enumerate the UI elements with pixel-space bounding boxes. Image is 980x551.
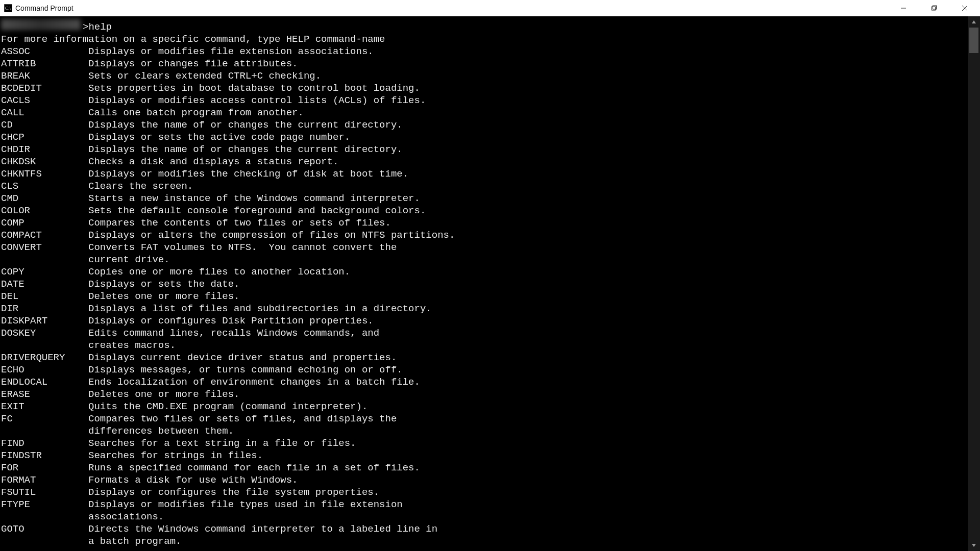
scrollbar[interactable] xyxy=(968,16,980,551)
command-desc: Searches for strings in files. xyxy=(88,449,263,462)
help-row: differences between them. xyxy=(1,425,968,437)
command-desc: Displays a list of files and subdirector… xyxy=(88,303,432,315)
command-name: FOR xyxy=(1,462,88,474)
help-row: DOSKEYEdits command lines, recalls Windo… xyxy=(1,327,968,339)
scrollbar-thumb[interactable] xyxy=(969,28,978,53)
help-row: a batch program. xyxy=(1,535,968,547)
help-row: FTYPEDisplays or modifies file types use… xyxy=(1,498,968,511)
command-desc: Displays the name of or changes the curr… xyxy=(88,143,403,156)
help-row: ECHODisplays messages, or turns command … xyxy=(1,364,968,376)
scrollbar-track[interactable] xyxy=(968,28,980,540)
command-desc: Starts a new instance of the Windows com… xyxy=(88,192,420,205)
command-desc: Compares the contents of two files or se… xyxy=(88,217,391,229)
command-indent xyxy=(1,339,88,352)
window-controls xyxy=(888,0,980,16)
prompt-line: >help xyxy=(1,18,968,33)
minimize-button[interactable] xyxy=(888,0,919,16)
command-desc: differences between them. xyxy=(88,425,234,437)
command-name: DRIVERQUERY xyxy=(1,352,88,364)
command-name: ERASE xyxy=(1,388,88,400)
command-indent xyxy=(1,254,88,266)
help-row: COPYCopies one or more files to another … xyxy=(1,266,968,278)
help-row: FORRuns a specified command for each fil… xyxy=(1,462,968,474)
svg-marker-8 xyxy=(972,544,976,547)
command-name: DOSKEY xyxy=(1,327,88,339)
window-title: Command Prompt xyxy=(15,4,74,12)
command-name: CHCP xyxy=(1,131,88,143)
command-name: ASSOC xyxy=(1,45,88,58)
command-name: FTYPE xyxy=(1,498,88,511)
command-name: BREAK xyxy=(1,70,88,82)
command-name: DATE xyxy=(1,278,88,290)
command-desc: Quits the CMD.EXE program (command inter… xyxy=(88,400,368,413)
command-desc: Displays current device driver status an… xyxy=(88,352,397,364)
command-name: CHKNTFS xyxy=(1,168,88,180)
command-desc: Copies one or more files to another loca… xyxy=(88,266,350,278)
command-desc: Runs a specified command for each file i… xyxy=(88,462,420,474)
help-row: DELDeletes one or more files. xyxy=(1,290,968,303)
svg-text:C:\: C:\ xyxy=(5,6,11,11)
command-name: DIR xyxy=(1,303,88,315)
command-desc: Deletes one or more files. xyxy=(88,388,239,400)
maximize-button[interactable] xyxy=(919,0,949,16)
help-row: BREAKSets or clears extended CTRL+C chec… xyxy=(1,70,968,82)
help-row: COLORSets the default console foreground… xyxy=(1,205,968,217)
help-row: CONVERTConverts FAT volumes to NTFS. You… xyxy=(1,241,968,254)
command-desc: Directs the Windows command interpreter … xyxy=(88,523,437,535)
help-row: DRIVERQUERYDisplays current device drive… xyxy=(1,352,968,364)
command-name: ENDLOCAL xyxy=(1,376,88,388)
command-name: FSUTIL xyxy=(1,486,88,498)
help-row: BCDEDITSets properties in boot database … xyxy=(1,82,968,94)
typed-command: >help xyxy=(83,21,112,33)
command-desc: Displays or sets the date. xyxy=(88,278,239,290)
command-desc: current drive. xyxy=(88,254,170,266)
command-desc: Displays or modifies the checking of dis… xyxy=(88,168,408,180)
command-desc: Deletes one or more files. xyxy=(88,290,239,303)
command-desc: creates macros. xyxy=(88,339,176,352)
command-indent xyxy=(1,535,88,547)
command-name: CACLS xyxy=(1,94,88,107)
titlebar[interactable]: C:\ Command Prompt xyxy=(0,0,980,16)
command-name: CHKDSK xyxy=(1,156,88,168)
close-button[interactable] xyxy=(949,0,980,16)
command-name: EXIT xyxy=(1,400,88,413)
command-name: COPY xyxy=(1,266,88,278)
command-desc: Displays or modifies file extension asso… xyxy=(88,45,374,58)
svg-marker-7 xyxy=(972,20,976,23)
svg-rect-3 xyxy=(932,7,936,10)
help-row: FCCompares two files or sets of files, a… xyxy=(1,413,968,425)
command-desc: a batch program. xyxy=(88,535,181,547)
command-desc: Calls one batch program from another. xyxy=(88,107,304,119)
help-row: FINDSearches for a text string in a file… xyxy=(1,437,968,449)
command-desc: Clears the screen. xyxy=(88,180,193,192)
command-desc: Displays or sets the active code page nu… xyxy=(88,131,350,143)
command-name: CHDIR xyxy=(1,143,88,156)
scroll-up-button[interactable] xyxy=(968,16,980,28)
help-row: FSUTILDisplays or configures the file sy… xyxy=(1,486,968,498)
command-name: ATTRIB xyxy=(1,58,88,70)
help-row: CDDisplays the name of or changes the cu… xyxy=(1,119,968,131)
help-row: CHKNTFSDisplays or modifies the checking… xyxy=(1,168,968,180)
help-row: CMDStarts a new instance of the Windows … xyxy=(1,192,968,205)
scroll-down-button[interactable] xyxy=(968,540,980,551)
help-row: ATTRIBDisplays or changes file attribute… xyxy=(1,58,968,70)
help-row: DISKPARTDisplays or configures Disk Part… xyxy=(1,315,968,327)
command-desc: Displays or modifies access control list… xyxy=(88,94,426,107)
cmd-icon: C:\ xyxy=(4,4,12,12)
help-row: CHDIRDisplays the name of or changes the… xyxy=(1,143,968,156)
command-desc: Displays or configures Disk Partition pr… xyxy=(88,315,374,327)
command-name: FIND xyxy=(1,437,88,449)
command-indent xyxy=(1,425,88,437)
help-row: DATEDisplays or sets the date. xyxy=(1,278,968,290)
terminal-output[interactable]: >helpFor more information on a specific … xyxy=(0,16,968,551)
help-row: CALLCalls one batch program from another… xyxy=(1,107,968,119)
help-row: CACLSDisplays or modifies access control… xyxy=(1,94,968,107)
help-row: CHCPDisplays or sets the active code pag… xyxy=(1,131,968,143)
command-desc: Ends localization of environment changes… xyxy=(88,376,420,388)
command-desc: Displays or modifies file types used in … xyxy=(88,498,403,511)
command-name: BCDEDIT xyxy=(1,82,88,94)
command-name: CD xyxy=(1,119,88,131)
command-desc: Sets the default console foreground and … xyxy=(88,205,426,217)
command-desc: associations. xyxy=(88,511,164,523)
help-intro: For more information on a specific comma… xyxy=(1,33,968,45)
